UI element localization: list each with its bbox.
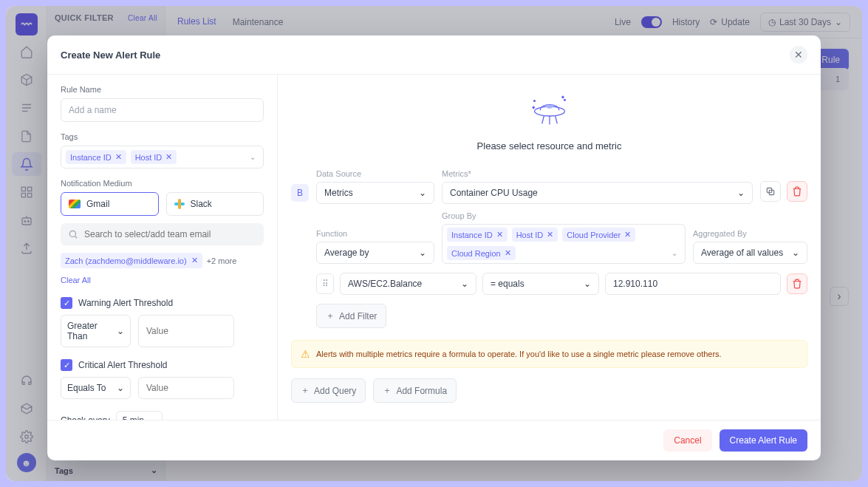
chevron-down-icon: ⌄ [117, 383, 124, 393]
rule-name-input[interactable] [61, 98, 264, 122]
tag-chip-instance-id[interactable]: Instance ID✕ [66, 150, 126, 164]
critical-value-input[interactable] [138, 377, 234, 399]
warning-threshold-label: Warning Alert Threshold [78, 298, 173, 308]
email-chip[interactable]: Zach (zachdemo@middleware.io)✕ [61, 253, 202, 268]
data-source-label: Data Source [316, 169, 434, 178]
tag-chip-host-id[interactable]: Host ID✕ [131, 150, 177, 164]
warning-text: Alerts with multiple metrics require a f… [316, 350, 722, 358]
svg-point-10 [547, 105, 553, 109]
tags-label: Tags [61, 132, 264, 141]
svg-point-14 [533, 101, 535, 102]
plus-icon: ＋ [383, 384, 392, 397]
create-alert-rule-button[interactable]: Create Alert Rule [720, 429, 807, 452]
notification-gmail[interactable]: Gmail [61, 192, 159, 216]
remove-tag-icon[interactable]: ✕ [624, 230, 631, 239]
critical-threshold-label: Critical Alert Threshold [78, 360, 168, 370]
remove-tag-icon[interactable]: ✕ [115, 152, 122, 162]
remove-tag-icon[interactable]: ✕ [496, 230, 503, 239]
chevron-down-icon: ⌄ [671, 249, 680, 257]
warning-operator-select[interactable]: Greater Than⌄ [61, 315, 131, 347]
svg-line-11 [541, 116, 544, 123]
remove-email-icon[interactable]: ✕ [191, 256, 198, 265]
placeholder-text: Please select resource and metric [477, 140, 622, 151]
notification-medium-label: Notification Medium [61, 179, 264, 188]
team-email-search[interactable] [61, 223, 264, 245]
copy-query-button[interactable] [760, 181, 781, 202]
slack-icon [174, 199, 185, 209]
search-icon [68, 229, 78, 239]
metrics-select[interactable]: Container CPU Usage⌄ [442, 182, 753, 204]
chevron-down-icon: ⌄ [737, 188, 745, 198]
svg-point-15 [564, 99, 565, 101]
chevron-down-icon: ⌄ [419, 188, 426, 198]
email-more-count[interactable]: +2 more [207, 256, 237, 265]
aggregated-by-select[interactable]: Average of all values⌄ [693, 242, 807, 264]
data-source-select[interactable]: Metrics⌄ [316, 182, 434, 204]
chevron-down-icon: ⌄ [419, 248, 426, 258]
gmail-icon [69, 200, 81, 208]
filter-value-input[interactable]: 12.910.110 [605, 273, 781, 295]
rule-name-label: Rule Name [61, 85, 264, 94]
close-icon: ✕ [794, 49, 803, 61]
function-label: Function [316, 229, 434, 238]
plus-icon: ＋ [301, 384, 310, 397]
add-query-button[interactable]: ＋Add Query [291, 378, 366, 403]
chevron-down-icon: ⌄ [461, 279, 468, 289]
query-letter-badge: B [291, 184, 309, 202]
add-filter-button[interactable]: ＋Add Filter [316, 304, 386, 328]
warning-threshold-checkbox[interactable]: ✓ [61, 297, 72, 309]
group-by-select[interactable]: Instance ID✕ Host ID✕ Cloud Provider✕ Cl… [442, 224, 686, 264]
modal-close-button[interactable]: ✕ [790, 46, 807, 64]
add-formula-button[interactable]: ＋Add Formula [373, 378, 457, 403]
remove-tag-icon[interactable]: ✕ [505, 248, 511, 258]
metrics-label: Metrics* [442, 169, 753, 178]
group-tag[interactable]: Cloud Region✕ [447, 246, 516, 260]
cancel-button[interactable]: Cancel [663, 429, 711, 452]
resource-placeholder: Please select resource and metric [291, 85, 807, 169]
chevron-down-icon: ⌄ [792, 248, 799, 258]
modal-right-panel: Please select resource and metric B Data… [278, 75, 821, 420]
team-email-input[interactable] [84, 229, 256, 239]
delete-query-button[interactable] [787, 181, 807, 202]
group-by-label: Group By [442, 211, 686, 220]
tags-selector[interactable]: Instance ID✕ Host ID✕ ⌄ [61, 146, 264, 168]
warning-icon: ⚠ [301, 348, 310, 360]
group-tag[interactable]: Cloud Provider✕ [562, 228, 635, 242]
group-tag[interactable]: Host ID✕ [512, 228, 558, 242]
modal-title: Create New Alert Rule [61, 50, 160, 61]
critical-threshold-checkbox[interactable]: ✓ [61, 359, 72, 371]
check-every-select[interactable]: 5 min⌄ [116, 411, 163, 420]
filter-field-select[interactable]: AWS/EC2.Balance⌄ [340, 273, 476, 295]
chevron-down-icon: ⌄ [117, 326, 124, 336]
critical-operator-select[interactable]: Equals To⌄ [61, 377, 131, 399]
remove-tag-icon[interactable]: ✕ [165, 152, 172, 162]
svg-point-8 [69, 231, 75, 236]
svg-line-13 [555, 116, 557, 123]
chevron-down-icon: ⌄ [584, 279, 591, 289]
plus-icon: ＋ [326, 310, 335, 322]
modal-left-panel: Rule Name Tags Instance ID✕ Host ID✕ ⌄ N… [47, 75, 278, 420]
clear-all-emails[interactable]: Clear All [61, 276, 91, 285]
delete-filter-button[interactable] [787, 273, 807, 294]
remove-tag-icon[interactable]: ✕ [547, 230, 553, 239]
notification-slack[interactable]: Slack [166, 192, 264, 216]
ufo-icon [526, 92, 573, 130]
warning-value-input[interactable] [138, 315, 234, 347]
function-select[interactable]: Average by⌄ [316, 242, 434, 264]
chevron-down-icon: ⌄ [250, 153, 259, 161]
drag-handle[interactable]: ⠿ [316, 273, 334, 294]
aggregated-by-label: Aggregated By [693, 229, 807, 238]
group-tag[interactable]: Instance ID✕ [447, 228, 508, 242]
filter-operator-select[interactable]: = equals⌄ [482, 273, 599, 295]
formula-warning-banner: ⚠ Alerts with multiple metrics require a… [291, 340, 807, 368]
create-alert-modal: Create New Alert Rule ✕ Rule Name Tags I… [47, 35, 821, 460]
